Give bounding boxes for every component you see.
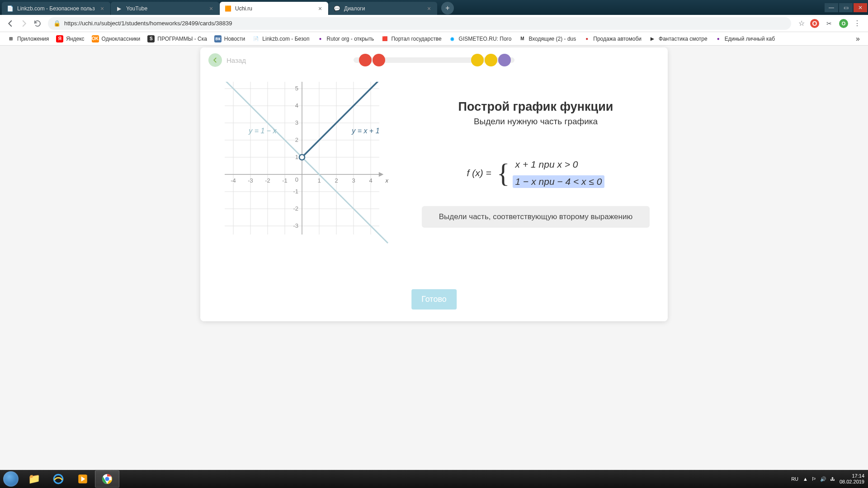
window-close-button[interactable]: ✕: [854, 3, 867, 12]
bookmark-icon: ⊞: [7, 35, 14, 42]
browser-tab[interactable]: 💬 Диалоги ×: [329, 2, 437, 15]
svg-text:-3: -3: [293, 222, 298, 229]
task-subtitle: Выдели нужную часть графика: [422, 117, 650, 127]
profile-avatar[interactable]: О: [839, 19, 848, 28]
tab-close-icon[interactable]: ×: [208, 5, 215, 12]
bookmark-item[interactable]: MВходящие (2) - dus: [515, 33, 580, 44]
bookmark-label: Продажа автомоби: [593, 36, 642, 42]
bookmark-item[interactable]: ●Rutor org - открыть: [313, 33, 377, 44]
bookmark-label: Яндекс: [66, 36, 84, 42]
bookmark-item[interactable]: ЯЯндекс: [52, 33, 88, 44]
tray-language[interactable]: RU: [791, 476, 798, 482]
taskbar-ie[interactable]: [46, 470, 71, 488]
svg-point-47: [105, 477, 109, 481]
bookmark-label: GISMETEO.RU: Пого: [459, 36, 512, 42]
start-button[interactable]: [0, 470, 22, 488]
tab-close-icon[interactable]: ×: [99, 5, 106, 12]
function-formula: f (x) = { x + 1 при x > 0 1 − x при − 4 …: [422, 158, 650, 188]
network-icon[interactable]: 🖧: [830, 476, 835, 482]
function-graph[interactable]: -4-3-2-112340-3-2-112345xyy = 1 − xy = x…: [218, 82, 413, 267]
volume-icon[interactable]: 🔊: [820, 476, 826, 482]
bookmark-item[interactable]: OKОдноклассники: [88, 33, 144, 44]
bookmark-item[interactable]: 🟥Портал государстве: [377, 33, 445, 44]
bookmark-label: Rutor org - открыть: [326, 36, 374, 42]
browser-tab[interactable]: 📄 Linkzb.com - Безопасное польз ×: [2, 2, 110, 15]
bookmark-icon: вк: [214, 35, 222, 42]
bookmark-label: Фантастика смотре: [659, 36, 708, 42]
bookmark-icon: ●: [715, 35, 722, 42]
task-hint: Выдели часть, соответствующую второму вы…: [422, 206, 650, 228]
address-bar: 🔒 https://uchi.ru/subject/1/students/hom…: [0, 15, 868, 32]
svg-text:-3: -3: [248, 177, 253, 184]
bookmark-icon: Я: [56, 35, 63, 42]
maximize-button[interactable]: ▭: [839, 3, 853, 12]
bookmark-icon: ●: [316, 35, 324, 42]
case-1[interactable]: x + 1 при x > 0: [513, 158, 605, 171]
window-titlebar: 📄 Linkzb.com - Безопасное польз ×▶ YouTu…: [0, 0, 868, 15]
bookmark-item[interactable]: ●Продажа автомоби: [580, 33, 645, 44]
tab-close-icon[interactable]: ×: [316, 5, 324, 12]
bookmark-label: Входящие (2) - dus: [528, 36, 576, 42]
bookmark-label: Единый личный каб: [725, 36, 775, 42]
svg-text:y = x + 1: y = x + 1: [351, 127, 379, 135]
svg-text:4: 4: [295, 102, 298, 109]
nav-forward-button[interactable]: [17, 17, 31, 30]
svg-text:3: 3: [295, 119, 298, 126]
minimize-button[interactable]: —: [825, 3, 838, 12]
tray-up-icon[interactable]: ▲: [803, 476, 808, 482]
progress-dot: [471, 54, 484, 66]
bookmark-label: Одноклассники: [102, 36, 141, 42]
bookmarks-overflow-button[interactable]: »: [851, 33, 864, 45]
tab-close-icon[interactable]: ×: [425, 5, 433, 12]
flag-icon[interactable]: 🏳: [811, 476, 816, 482]
back-button[interactable]: [208, 53, 222, 67]
nav-back-button[interactable]: [4, 17, 17, 30]
svg-text:1: 1: [295, 154, 298, 160]
url-field[interactable]: 🔒 https://uchi.ru/subject/1/students/hom…: [48, 17, 791, 30]
bookmarks-bar: ⊞ПриложенияЯЯндексOKОдноклассникиSПРОГРА…: [0, 32, 868, 46]
exercise-card: Назад -4-3-2-112340-3-2-112345xyy = 1 − …: [200, 47, 668, 321]
tray-icons[interactable]: ▲ 🏳 🔊 🖧: [803, 476, 835, 482]
case-2-highlighted[interactable]: 1 − x при − 4 < x ≤ 0: [513, 175, 605, 188]
taskbar-media[interactable]: [71, 470, 95, 488]
progress-dots: [354, 57, 514, 63]
bookmark-icon: 📄: [252, 35, 259, 42]
bookmark-item[interactable]: ◉GISMETEO.RU: Пого: [445, 33, 515, 44]
bookmark-item[interactable]: 📄Linkzb.com - Безоп: [249, 33, 313, 44]
svg-text:0: 0: [295, 176, 298, 183]
bookmark-item[interactable]: SПРОГРАММЫ - Ска: [144, 33, 211, 44]
windows-taskbar: 📁 RU ▲ 🏳 🔊 🖧 17:14 08.02.2019: [0, 470, 868, 488]
chrome-menu-icon[interactable]: ⋮: [854, 19, 861, 28]
bookmark-icon: 🟥: [381, 35, 388, 42]
tab-favicon: 🟧: [224, 5, 231, 12]
taskbar-explorer[interactable]: 📁: [22, 470, 46, 488]
bookmark-item[interactable]: ▶Фантастика смотре: [645, 33, 711, 44]
svg-text:-2: -2: [293, 205, 298, 212]
star-icon[interactable]: ☆: [798, 19, 805, 28]
card-body: -4-3-2-112340-3-2-112345xyy = 1 − xy = x…: [200, 73, 668, 267]
browser-tab[interactable]: 🟧 Uchi.ru ×: [220, 2, 328, 15]
task-title: Построй график функции: [422, 100, 650, 114]
extension-icon-1[interactable]: O: [810, 19, 819, 28]
bookmark-icon: ◉: [449, 35, 456, 42]
tray-clock[interactable]: 17:14 08.02.2019: [840, 473, 864, 485]
bookmark-label: Портал государстве: [391, 36, 441, 42]
bookmark-item[interactable]: вкНовости: [211, 33, 249, 44]
svg-text:y = 1 − x: y = 1 − x: [248, 127, 277, 135]
svg-text:-1: -1: [282, 177, 288, 184]
bookmark-item[interactable]: ⊞Приложения: [4, 33, 52, 44]
tab-strip: 📄 Linkzb.com - Безопасное польз ×▶ YouTu…: [0, 0, 824, 15]
reload-button[interactable]: [31, 17, 44, 30]
bookmark-label: Linkzb.com - Безоп: [262, 36, 309, 42]
done-button[interactable]: Готово: [411, 289, 457, 310]
url-text: https://uchi.ru/subject/1/students/homew…: [64, 20, 232, 27]
bookmark-item[interactable]: ●Единый личный каб: [711, 33, 778, 44]
taskbar-chrome[interactable]: [95, 470, 119, 488]
extension-icon-2[interactable]: ✂: [825, 19, 834, 28]
bookmark-icon: M: [519, 35, 526, 42]
new-tab-button[interactable]: +: [441, 2, 454, 14]
progress-dot: [373, 54, 385, 66]
page-content: Назад -4-3-2-112340-3-2-112345xyy = 1 − …: [0, 46, 868, 470]
browser-tab[interactable]: ▶ YouTube ×: [111, 2, 219, 15]
bookmark-icon: OK: [92, 35, 99, 42]
